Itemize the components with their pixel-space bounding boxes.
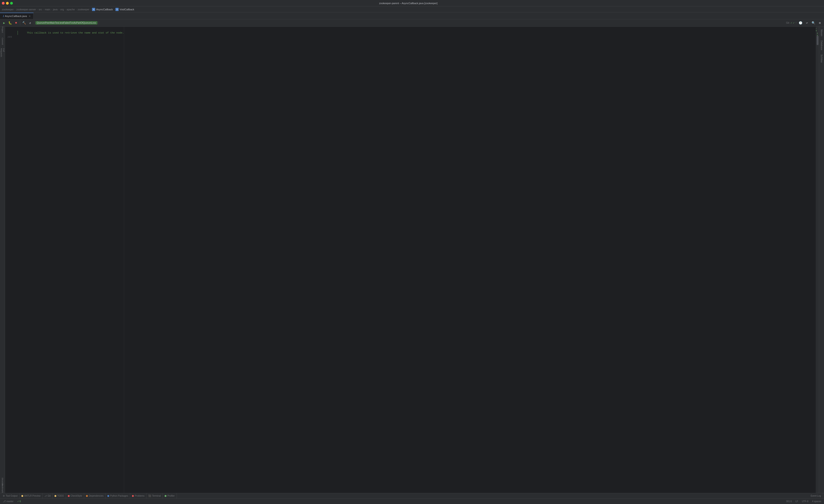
- bc-apache[interactable]: apache: [67, 8, 75, 11]
- undo-button[interactable]: ↩: [804, 20, 810, 26]
- checkstyle-label: CheckStyle: [71, 495, 82, 497]
- gutter-indicators: ✓ 6 ▲ ▼: [816, 27, 819, 36]
- antlr-preview-button[interactable]: ANTLR Preview: [19, 493, 42, 499]
- line-num: [5, 27, 13, 31]
- toolbar: ▶ 🐛 ■ 🔨 ↺ QuorumPeerMainTest.testFailedT…: [0, 19, 824, 27]
- bc-voidcallback[interactable]: VoidCallback: [120, 8, 134, 11]
- line-gutter: [13, 27, 17, 31]
- git-checkmark: ✓: [791, 21, 792, 24]
- line-code: [17, 35, 124, 39]
- problems-label: Problems: [135, 495, 144, 497]
- tool-output-button[interactable]: ⚙ Tool Output: [1, 493, 19, 499]
- build-button[interactable]: 🔨: [21, 20, 27, 26]
- event-log-label: Event Log: [811, 495, 821, 497]
- bc-src[interactable]: src: [39, 8, 42, 11]
- antlr-label: ANTLR Preview: [24, 495, 40, 497]
- async-callback-icon: A: [92, 8, 95, 11]
- code-scroll-area[interactable]: This callback is used to retrieve the na…: [5, 27, 816, 493]
- right-sidebar: Maven Database SciView: [819, 27, 824, 493]
- run-button[interactable]: ▶: [1, 20, 7, 26]
- window-title: zookeeper-parent – AsyncCallback.java [z…: [13, 2, 804, 5]
- git-button[interactable]: ⎇ Git: [42, 493, 53, 499]
- maximize-button[interactable]: [10, 2, 13, 5]
- line-gutter: [13, 31, 17, 35]
- git-label: Git: [47, 495, 50, 497]
- git-branch-name: master: [6, 500, 14, 503]
- close-button[interactable]: [2, 2, 5, 5]
- minimize-button[interactable]: [6, 2, 9, 5]
- checkstyle-button[interactable]: CheckStyle: [66, 493, 84, 499]
- chevron-down[interactable]: ▼: [817, 34, 818, 36]
- todo-label: TODO: [57, 495, 64, 497]
- tabs-bar: J AsyncCallback.java ✕: [0, 12, 824, 19]
- project-panel-toggle[interactable]: Project: [0, 27, 5, 32]
- encoding-status[interactable]: UTF-8: [801, 500, 809, 503]
- commit-panel-toggle[interactable]: Commit: [0, 39, 5, 43]
- history-button[interactable]: 🕐: [798, 20, 803, 26]
- structure-toggle[interactable]: Structure: [0, 480, 5, 484]
- tab-asynccallback[interactable]: J AsyncCallback.java ✕: [0, 13, 33, 19]
- main-area: Project Commit Pull Requests Structure B…: [0, 27, 824, 493]
- git-checkmark2: ✓: [793, 21, 795, 24]
- pull-requests-toggle[interactable]: Pull Requests: [0, 50, 5, 55]
- bc-zookeeper[interactable]: zookeeper: [2, 8, 14, 11]
- checkmark-status[interactable]: ✓ 6: [16, 500, 22, 503]
- line-code: This callback is used to retrieve the na…: [17, 31, 124, 35]
- bookmarks-toggle[interactable]: Bookmarks: [0, 487, 5, 491]
- status-left: ⎇ master ✓ 6: [2, 500, 22, 503]
- line-num: [5, 31, 13, 35]
- bottom-tools-bar: ⚙ Tool Output ANTLR Preview ⎇ Git TODO C…: [0, 493, 824, 499]
- stop-button[interactable]: ■: [13, 20, 19, 26]
- line-ending-status[interactable]: LF: [795, 500, 799, 503]
- tool-output-label: Tool Output: [6, 495, 17, 497]
- scroll-thumb[interactable]: [817, 36, 819, 45]
- sciview-panel-toggle[interactable]: SciView: [820, 52, 823, 64]
- line-row: This callback is used to retrieve the na…: [5, 31, 124, 35]
- git-push-icon[interactable]: ↑: [796, 22, 797, 24]
- tab-label: AsyncCallback.java: [5, 15, 27, 17]
- antlr-dot: [21, 495, 23, 497]
- chevron-up[interactable]: ▲: [817, 32, 818, 34]
- terminal-button[interactable]: ⬛ Terminal: [146, 493, 163, 499]
- terminal-icon: ⬛: [148, 495, 151, 497]
- bc-asynccallback[interactable]: AsyncCallback: [96, 8, 113, 11]
- bc-server[interactable]: zookeeper-server: [16, 8, 36, 11]
- indent-status[interactable]: 4 spaces: [811, 500, 822, 503]
- tab-close-button[interactable]: ✕: [29, 15, 30, 17]
- checkmark-indicator: ✓ 6: [816, 27, 819, 32]
- right-scrollbar[interactable]: ✓ 6 ▲ ▼: [816, 27, 819, 493]
- python-packages-button[interactable]: Python Packages: [106, 493, 130, 499]
- python-dot: [107, 495, 109, 497]
- sync-button[interactable]: ↺: [27, 20, 33, 26]
- breadcrumb-bar: zookeeper › zookeeper-server › src › mai…: [0, 6, 824, 12]
- line-num: 209: [5, 35, 13, 39]
- void-callback-icon: V: [115, 8, 119, 11]
- bc-org[interactable]: org: [60, 8, 64, 11]
- event-log-button[interactable]: Event Log: [809, 493, 823, 499]
- line-row: [5, 27, 124, 31]
- toolbar-sep3: [99, 21, 99, 25]
- database-panel-toggle[interactable]: Database: [820, 38, 823, 52]
- dependencies-button[interactable]: Dependencies: [84, 493, 106, 499]
- profiler-button[interactable]: Profiler: [163, 493, 177, 499]
- window-controls[interactable]: [2, 2, 13, 5]
- run-config-selector[interactable]: QuorumPeerMainTest.testFailedTxnAsPartOf…: [35, 21, 98, 25]
- find-button[interactable]: 🔍: [811, 20, 816, 26]
- left-sidebar: Project Commit Pull Requests Structure B…: [0, 27, 5, 493]
- settings-button[interactable]: ⚙: [817, 20, 823, 26]
- code-content-area: [124, 27, 816, 493]
- line-col-status[interactable]: 301:6: [785, 500, 793, 503]
- debug-button[interactable]: 🐛: [7, 20, 13, 26]
- bc-java[interactable]: java: [53, 8, 58, 11]
- bc-zookeeper2[interactable]: zookeeper: [78, 8, 89, 11]
- dependencies-label: Dependencies: [89, 495, 103, 497]
- checkstyle-dot: [68, 495, 70, 497]
- maven-panel-toggle[interactable]: Maven: [820, 27, 823, 38]
- todo-button[interactable]: TODO: [53, 493, 66, 499]
- git-branch-icon: ⎇: [3, 500, 6, 503]
- problems-button[interactable]: Problems: [130, 493, 146, 499]
- status-bar: ⎇ master ✓ 6 301:6 LF UTF-8 4 spaces: [0, 499, 824, 504]
- git-branch-status[interactable]: ⎇ master: [2, 500, 14, 503]
- bc-main[interactable]: main: [45, 8, 50, 11]
- terminal-label: Terminal: [152, 495, 161, 497]
